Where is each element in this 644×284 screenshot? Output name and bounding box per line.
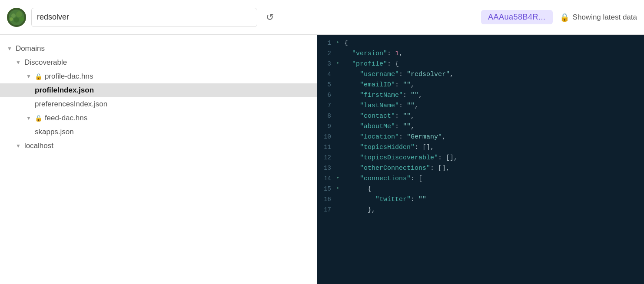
- sidebar-item-profileindex[interactable]: profileIndex.json: [0, 83, 317, 97]
- code-line-15: 15 ▸ {: [317, 184, 644, 195]
- svg-point-4: [14, 17, 19, 23]
- code-line-4: 4 "username": "redsolver",: [317, 69, 644, 80]
- code-line-6: 6 "firstName": "",: [317, 90, 644, 101]
- lock-icon: 🔒: [35, 73, 42, 80]
- code-line-7: 7 "lastName": "",: [317, 101, 644, 111]
- sidebar-item-label: Domains: [16, 44, 45, 53]
- lock-icon: 🔒: [560, 13, 569, 22]
- search-bar[interactable]: [31, 8, 257, 27]
- code-line-1: 1 ▸ {: [317, 38, 644, 49]
- showing-latest-container: 🔒 Showing latest data: [560, 13, 637, 22]
- code-line-11: 11 "topicsHidden": [],: [317, 142, 644, 153]
- refresh-button[interactable]: ↺: [262, 10, 277, 25]
- chevron-down-icon: [26, 73, 31, 79]
- sidebar-item-localhost[interactable]: localhost: [0, 139, 317, 153]
- sidebar-item-label: skapps.json: [35, 128, 74, 136]
- code-line-14: 14 ▸ "connections": [: [317, 174, 644, 184]
- header: ↺ AAAua58B4R... 🔒 Showing latest data: [0, 0, 644, 35]
- showing-latest-text: Showing latest data: [573, 13, 637, 22]
- chevron-down-icon: [16, 143, 21, 149]
- search-input[interactable]: [37, 13, 252, 22]
- refresh-icon: ↺: [266, 12, 274, 23]
- hash-badge[interactable]: AAAua58B4R...: [481, 10, 553, 24]
- sidebar-item-label: Discoverable: [24, 58, 67, 67]
- code-line-13: 13 "otherConnections": [],: [317, 163, 644, 174]
- header-right: AAAua58B4R... 🔒 Showing latest data: [481, 10, 637, 24]
- code-line-10: 10 "location": "Germany",: [317, 132, 644, 142]
- sidebar-item-label: feed-dac.hns: [45, 114, 87, 122]
- code-line-3: 3 ▸ "profile": {: [317, 59, 644, 69]
- sidebar-item-preferencesindex[interactable]: preferencesIndex.json: [0, 97, 317, 111]
- lock-icon: 🔒: [35, 115, 42, 122]
- sidebar-item-label: profile-dac.hns: [45, 72, 93, 81]
- avatar: [7, 8, 26, 27]
- sidebar-item-feed-dac[interactable]: 🔒 feed-dac.hns: [0, 111, 317, 125]
- sidebar-item-discoverable[interactable]: Discoverable: [0, 56, 317, 69]
- sidebar-item-label: localhost: [24, 142, 53, 150]
- sidebar-item-profile-dac[interactable]: 🔒 profile-dac.hns: [0, 69, 317, 83]
- svg-point-6: [20, 17, 24, 21]
- svg-point-5: [10, 17, 13, 21]
- code-line-12: 12 "topicsDiscoverable": [],: [317, 153, 644, 163]
- chevron-down-icon: [7, 46, 12, 52]
- svg-point-2: [11, 13, 16, 18]
- code-line-5: 5 "emailID": "",: [317, 80, 644, 90]
- editor-panel: 1 ▸ { 2 "version": 1, 3 ▸ "profile": { 4…: [317, 35, 644, 284]
- code-line-8: 8 "contact": "",: [317, 111, 644, 122]
- sidebar-item-domains[interactable]: Domains: [0, 42, 317, 56]
- sidebar-item-label: profileIndex.json: [35, 86, 94, 95]
- code-line-17: 17 },: [317, 205, 644, 215]
- main-content: Domains Discoverable 🔒 profile-dac.hns p…: [0, 35, 644, 284]
- chevron-down-icon: [16, 59, 21, 66]
- sidebar-item-skapps[interactable]: skapps.json: [0, 125, 317, 139]
- code-line-9: 9 "aboutMe": "",: [317, 122, 644, 132]
- svg-point-3: [16, 11, 22, 17]
- sidebar-item-label: preferencesIndex.json: [35, 100, 107, 109]
- code-line-2: 2 "version": 1,: [317, 49, 644, 59]
- chevron-down-icon: [26, 115, 31, 121]
- code-line-16: 16 "twitter": "": [317, 195, 644, 205]
- sidebar: Domains Discoverable 🔒 profile-dac.hns p…: [0, 35, 317, 284]
